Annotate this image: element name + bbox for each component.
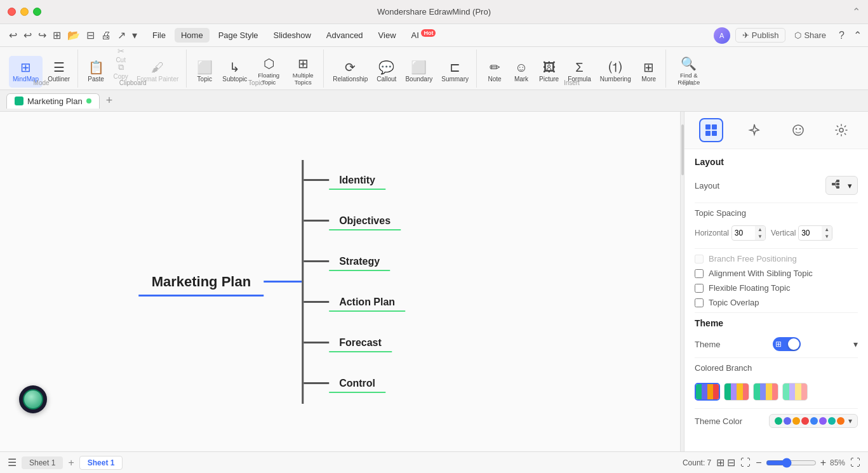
- dropdown-button[interactable]: ▾: [130, 28, 140, 43]
- list-view-button[interactable]: ⊟: [727, 456, 735, 469]
- menu-home[interactable]: Home: [175, 28, 210, 43]
- connector: [304, 342, 329, 343]
- publish-button[interactable]: ✈ Publish: [735, 28, 786, 43]
- svg-rect-0: [705, 124, 711, 130]
- collapse-button[interactable]: ⌃: [852, 6, 860, 18]
- add-tab-button[interactable]: +: [102, 93, 117, 109]
- active-sheet-tab[interactable]: Sheet 1: [79, 456, 123, 470]
- cb-option-1[interactable]: [695, 383, 720, 401]
- theme-dropdown-arrow[interactable]: ▾: [853, 339, 858, 349]
- topic-overlap-checkbox[interactable]: [695, 298, 704, 307]
- mark-icon: ☺: [515, 61, 528, 74]
- panel-tab-layout[interactable]: [699, 118, 723, 142]
- subtopic-icon: ↳: [229, 61, 240, 74]
- connector: [304, 260, 329, 262]
- subtopic-objectives[interactable]: Objectives: [329, 211, 401, 230]
- vertical-down[interactable]: ▼: [822, 233, 832, 240]
- cb-option-2[interactable]: [724, 383, 749, 401]
- new-tab-button[interactable]: ⊞: [50, 28, 63, 43]
- central-topic[interactable]: Marketing Plan: [139, 267, 264, 296]
- sheet-tab-1[interactable]: Sheet 1: [22, 456, 63, 469]
- panel-content: Layout Layout: [684, 149, 868, 436]
- alignment-sibling-label: Alignment With Sibling Topic: [709, 269, 813, 278]
- scrollbar[interactable]: [680, 112, 684, 451]
- vertical-spacing: Vertical ▲ ▼: [771, 225, 832, 241]
- export-button[interactable]: ↗: [115, 28, 128, 43]
- avatar: A: [714, 27, 730, 44]
- menu-advanced[interactable]: Advanced: [320, 28, 370, 43]
- theme-toggle[interactable]: ⊞ ⊟: [773, 337, 801, 351]
- vertical-up[interactable]: ▲: [822, 226, 832, 233]
- tab-marketing-plan[interactable]: Marketing Plan: [6, 93, 100, 109]
- summary-button[interactable]: ⊏ Summary: [437, 56, 472, 88]
- redo-button[interactable]: ↪: [36, 28, 49, 43]
- zoom-in-button[interactable]: +: [820, 457, 826, 469]
- alignment-sibling-checkbox[interactable]: [695, 269, 704, 278]
- tc-dot-2: [784, 417, 791, 425]
- cut-button[interactable]: ✂ Cut: [110, 48, 131, 63]
- cb-swatch-3: [754, 383, 778, 400]
- help-button[interactable]: ?: [835, 28, 848, 43]
- cb-option-4[interactable]: [782, 383, 808, 401]
- relationship-button[interactable]: ⟳ Relationship: [329, 56, 371, 88]
- menu-view[interactable]: View: [372, 28, 403, 43]
- cb-option-3[interactable]: [753, 383, 778, 401]
- theme-colors[interactable]: ▾: [769, 414, 858, 428]
- topic-icon: ⬜: [197, 61, 213, 74]
- subtopic-identity[interactable]: Identity: [329, 171, 385, 190]
- vertical-arrows: ▲ ▼: [822, 226, 832, 240]
- grid-view-button[interactable]: ⊞: [716, 456, 724, 469]
- sidebar-toggle-button[interactable]: ☰: [8, 456, 17, 469]
- zoom-slider[interactable]: [766, 458, 817, 468]
- menu-ai[interactable]: AI Hot: [405, 27, 443, 43]
- subtopic-forecast[interactable]: Forecast: [329, 333, 392, 352]
- undo-button[interactable]: ↩: [6, 28, 20, 43]
- expand-button[interactable]: ⛶: [850, 457, 860, 469]
- menu-pagestyle[interactable]: Page Style: [212, 28, 265, 43]
- svg-rect-3: [712, 131, 717, 136]
- copy-button[interactable]: ⧉ Copy: [110, 63, 131, 79]
- share-button[interactable]: ⬡ Share: [791, 29, 830, 42]
- print-button[interactable]: 🖨: [98, 28, 114, 43]
- horizontal-arrows: ▲ ▼: [755, 226, 765, 240]
- horizontal-up[interactable]: ▲: [755, 226, 765, 233]
- boundary-icon: ⬜: [411, 61, 427, 74]
- open-button[interactable]: 📂: [65, 28, 83, 43]
- zoom-out-button[interactable]: −: [756, 457, 761, 469]
- colored-branch-row: Colored Branch: [695, 363, 858, 401]
- branch-free-positioning-checkbox[interactable]: [695, 255, 704, 263]
- undo-button2[interactable]: ↩: [21, 28, 34, 43]
- save-button[interactable]: ⊟: [84, 28, 97, 43]
- vertical-input[interactable]: [799, 227, 822, 239]
- collapse-ribbon-button[interactable]: ⌃: [853, 29, 862, 41]
- subtopic-action-plan[interactable]: Action Plan: [329, 293, 405, 312]
- status-left: ☰ Sheet 1 + Sheet 1: [8, 456, 123, 470]
- menu-slideshow[interactable]: Slideshow: [267, 28, 317, 43]
- panel-tab-face[interactable]: [786, 118, 810, 142]
- maximize-button[interactable]: [33, 8, 41, 16]
- add-sheet-button[interactable]: +: [68, 457, 74, 469]
- flexible-floating-checkbox[interactable]: [695, 284, 704, 293]
- svg-rect-9: [836, 180, 839, 182]
- panel-tab-settings[interactable]: [829, 118, 853, 142]
- panel-tabs: [684, 112, 868, 149]
- tc-dot-1: [775, 417, 782, 425]
- menu-file[interactable]: File: [146, 28, 172, 43]
- assistant-bubble[interactable]: [19, 385, 47, 413]
- tc-dot-7: [828, 417, 836, 425]
- subtopic-strategy[interactable]: Strategy: [329, 252, 390, 271]
- flexible-floating-row: Flexible Floating Topic: [695, 283, 858, 293]
- boundary-button[interactable]: ⬜ Boundary: [401, 56, 436, 88]
- horizontal-down[interactable]: ▼: [755, 233, 765, 240]
- panel-tab-sparkle[interactable]: [742, 118, 766, 142]
- fullscreen-button[interactable]: ⛶: [740, 457, 751, 469]
- layout-select[interactable]: ▾: [825, 176, 858, 195]
- close-button[interactable]: [8, 8, 16, 16]
- canvas[interactable]: Marketing Plan Identity Objectives Strat…: [0, 112, 680, 451]
- app-title: Wondershare EdrawMind (Pro): [377, 7, 491, 17]
- ai-hot-badge: Hot: [421, 29, 436, 37]
- horizontal-input[interactable]: [732, 227, 755, 239]
- subtopic-control[interactable]: Control: [329, 374, 385, 393]
- minimize-button[interactable]: [20, 8, 29, 16]
- callout-button[interactable]: 💬 Callout: [373, 56, 400, 88]
